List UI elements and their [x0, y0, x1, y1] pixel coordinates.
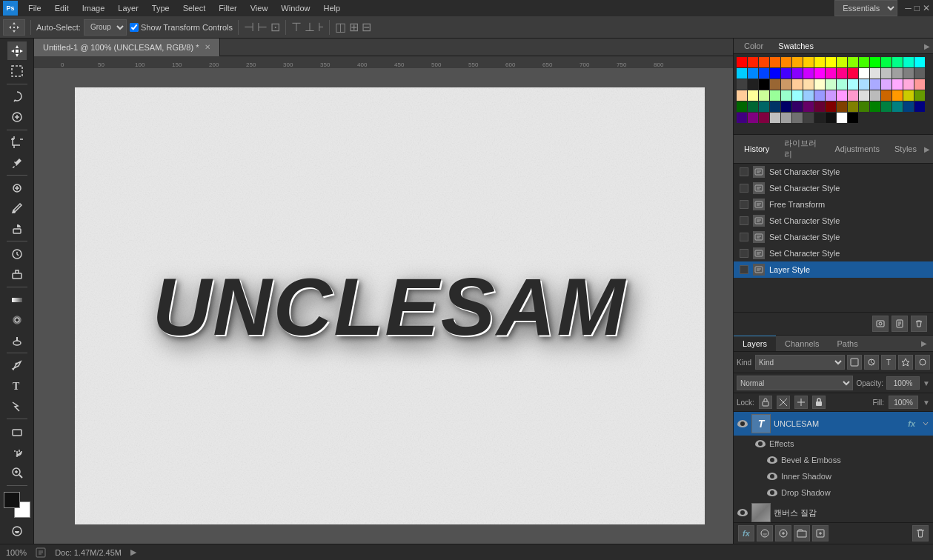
- swatch-color[interactable]: [781, 113, 791, 123]
- history-item[interactable]: Set Character Style: [734, 245, 933, 261]
- swatch-color[interactable]: [892, 57, 903, 67]
- new-layer-button[interactable]: [812, 525, 829, 541]
- effects-visibility[interactable]: [754, 438, 766, 450]
- color-tab[interactable]: Color: [737, 39, 771, 53]
- eraser-tool[interactable]: [7, 265, 27, 284]
- layers-tab[interactable]: Layers: [734, 336, 776, 351]
- gradient-tool[interactable]: [7, 290, 27, 309]
- history-item[interactable]: Set Character Style: [734, 180, 933, 196]
- layers-panel-options[interactable]: ▶: [921, 339, 927, 347]
- swatch-color[interactable]: [826, 79, 836, 90]
- swatch-color[interactable]: [826, 68, 836, 79]
- swatch-color[interactable]: [814, 101, 825, 112]
- move-tool[interactable]: [7, 41, 27, 60]
- swatch-color[interactable]: [737, 90, 747, 101]
- swatch-color[interactable]: [748, 79, 758, 90]
- lock-transparent-btn[interactable]: [759, 396, 772, 409]
- swatch-color[interactable]: [781, 68, 791, 79]
- quick-mask-tool[interactable]: [7, 522, 27, 541]
- swatch-color[interactable]: [803, 90, 814, 101]
- maximize-button[interactable]: □: [914, 3, 920, 13]
- swatch-color[interactable]: [770, 57, 780, 67]
- swatch-color[interactable]: [870, 79, 880, 90]
- swatch-color[interactable]: [881, 101, 892, 112]
- swatch-color[interactable]: [781, 101, 791, 112]
- inner-shadow-sublayer[interactable]: Inner Shadow: [734, 468, 933, 484]
- delete-state-button[interactable]: [911, 316, 927, 332]
- history-checkbox[interactable]: [740, 200, 748, 209]
- shape-tool[interactable]: [7, 422, 27, 441]
- filter-adjustment-btn[interactable]: [864, 355, 879, 370]
- new-adjustment-button[interactable]: [775, 525, 791, 541]
- swatch-color[interactable]: [881, 79, 892, 90]
- lasso-tool[interactable]: [7, 87, 27, 106]
- swatch-color[interactable]: [770, 90, 780, 101]
- history-brush-tool[interactable]: [7, 244, 27, 263]
- canvas-document[interactable]: UNCLESAM: [75, 87, 705, 524]
- history-checkbox[interactable]: [740, 216, 748, 225]
- swatch-color[interactable]: [770, 113, 780, 123]
- swatch-color[interactable]: [814, 113, 825, 123]
- blur-tool[interactable]: [7, 311, 27, 330]
- swatch-color[interactable]: [848, 57, 858, 67]
- opacity-stepper[interactable]: ▼: [923, 379, 930, 387]
- swatch-color[interactable]: [870, 57, 880, 67]
- swatch-color[interactable]: [826, 101, 836, 112]
- drop-shadow-sublayer[interactable]: Drop Shadow: [734, 484, 933, 501]
- align-bottom-icon[interactable]: ⊦: [318, 20, 324, 34]
- new-snapshot-button[interactable]: [872, 316, 889, 332]
- expand-icon[interactable]: [921, 419, 930, 428]
- swatch-color[interactable]: [748, 68, 758, 79]
- swatch-color[interactable]: [737, 68, 747, 79]
- swatch-color[interactable]: [903, 101, 914, 112]
- swatch-color[interactable]: [792, 90, 803, 101]
- swatch-color[interactable]: [748, 101, 758, 112]
- styles-tab[interactable]: Styles: [887, 141, 924, 156]
- fill-input[interactable]: [889, 396, 918, 409]
- history-item[interactable]: Set Character Style: [734, 213, 933, 229]
- align-top-icon[interactable]: ⊤: [291, 20, 302, 34]
- swatch-color[interactable]: [837, 68, 847, 79]
- align-middle-icon[interactable]: ⊥: [305, 20, 315, 34]
- swatch-color[interactable]: [892, 101, 903, 112]
- filter-smart-btn[interactable]: [915, 355, 930, 370]
- swatch-color[interactable]: [859, 79, 869, 90]
- swatch-color[interactable]: [826, 57, 836, 67]
- move-tool-btn[interactable]: [3, 19, 25, 36]
- filter-shape-btn[interactable]: [898, 355, 913, 370]
- swatch-color[interactable]: [814, 79, 825, 90]
- tab-close-button[interactable]: ✕: [205, 43, 210, 51]
- swatch-color[interactable]: [826, 113, 836, 123]
- history-checkbox[interactable]: [740, 167, 748, 176]
- layer-visibility-toggle[interactable]: [737, 507, 748, 519]
- swatch-color[interactable]: [748, 90, 758, 101]
- pen-tool[interactable]: [7, 356, 27, 375]
- swatch-color[interactable]: [914, 90, 925, 101]
- history-checkbox[interactable]: [740, 249, 748, 258]
- menu-image[interactable]: Image: [76, 2, 111, 14]
- history-checkbox[interactable]: [740, 184, 748, 193]
- layer-fx-button[interactable]: fx: [738, 525, 754, 541]
- swatch-color[interactable]: [814, 57, 825, 67]
- swatch-color[interactable]: [770, 68, 780, 79]
- swatch-color[interactable]: [737, 113, 747, 123]
- type-tool[interactable]: T: [7, 377, 27, 396]
- swatch-color[interactable]: [892, 68, 903, 79]
- new-group-button[interactable]: [794, 525, 810, 541]
- workspace-selector[interactable]: Essentials: [834, 0, 897, 16]
- swatch-color[interactable]: [903, 57, 914, 67]
- swatch-color[interactable]: [837, 113, 847, 123]
- swatch-color[interactable]: [892, 90, 903, 101]
- swatch-color[interactable]: [792, 113, 803, 123]
- paths-tab[interactable]: Paths: [829, 336, 867, 351]
- swatch-color[interactable]: [870, 68, 880, 79]
- swatch-color[interactable]: [881, 90, 892, 101]
- distribute-center-icon[interactable]: ⊞: [349, 20, 359, 34]
- swatch-color[interactable]: [737, 57, 747, 67]
- swatch-color[interactable]: [848, 101, 858, 112]
- swatch-color[interactable]: [837, 90, 847, 101]
- distribute-left-icon[interactable]: ◫: [335, 20, 346, 34]
- swatch-color[interactable]: [826, 90, 836, 101]
- select-tool[interactable]: [7, 61, 27, 80]
- swatch-color[interactable]: [837, 101, 847, 112]
